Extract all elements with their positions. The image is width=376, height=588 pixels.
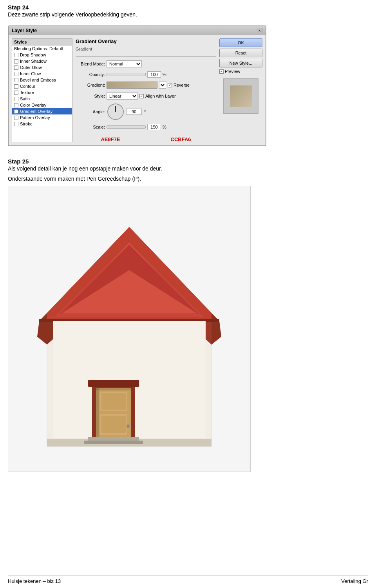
style-item-blending[interactable]: Blending Options: Default [12, 45, 72, 52]
style-label-stroke: Stroke [20, 122, 33, 126]
style-label-texture: Texture [20, 90, 34, 95]
style-label: Style: [76, 94, 105, 98]
gradient-dropdown[interactable]: ▼ [159, 82, 166, 89]
gradient-swatch[interactable] [107, 82, 157, 89]
svg-point-20 [127, 425, 130, 428]
opacity-control: 100 % [107, 71, 216, 78]
gradient-overlay-checkbox[interactable] [14, 109, 18, 114]
texture-checkbox[interactable] [14, 91, 18, 95]
style-row: Style: Linear Align with Layer [76, 93, 216, 100]
style-item-drop-shadow[interactable]: Drop Shadow [12, 52, 72, 58]
step24-heading: Stap 24 [8, 4, 368, 11]
angle-row: Angle: 90 ° [76, 103, 216, 120]
style-select[interactable]: Linear [107, 93, 138, 100]
svg-rect-24 [84, 441, 143, 444]
blend-mode-control: Normal [107, 60, 216, 67]
style-item-inner-shadow[interactable]: Inner Shadow [12, 58, 72, 64]
ok-button[interactable]: OK [219, 38, 262, 47]
bevel-checkbox[interactable] [14, 78, 18, 82]
reverse-label: Reverse [174, 83, 190, 87]
gradient-color-labels: AE9F7E CCBFA6 [76, 136, 216, 142]
style-label-contour: Contour [20, 84, 35, 89]
style-item-outer-glow[interactable]: Outer Glow [12, 64, 72, 71]
style-item-stroke[interactable]: Stroke [12, 121, 72, 127]
style-label-color-overlay: Color Overlay [20, 103, 46, 107]
step25-text2: Onderstaande vorm maken met Pen Gereedsc… [8, 176, 368, 182]
opacity-slider[interactable] [107, 73, 146, 76]
svg-rect-21 [96, 388, 99, 439]
gradient-control: ▼ Reverse [107, 82, 216, 89]
style-label-bevel: Bevel and Emboss [20, 78, 56, 82]
style-label-inner-shadow: Inner Shadow [20, 59, 47, 64]
scale-slider[interactable] [107, 125, 146, 129]
new-style-button[interactable]: New Style... [219, 59, 262, 67]
page-footer: Huisje tekenen – blz 13 Vertaling Gr [8, 575, 368, 584]
gradient-label: Gradient: [76, 83, 105, 87]
svg-rect-22 [96, 388, 131, 390]
styles-panel-header: Styles [12, 39, 72, 45]
center-panel: Gradient Overlay Gradient Blend Mode: No… [76, 38, 216, 142]
svg-marker-5 [212, 313, 221, 345]
reverse-checkbox[interactable] [168, 83, 172, 87]
inner-shadow-checkbox[interactable] [14, 59, 18, 64]
scale-row: Scale: 150 % [76, 124, 216, 130]
style-label-blending: Blending Options: Default [14, 46, 63, 51]
layer-style-dialog: Layer Style × Styles Blending Options: D… [8, 25, 266, 146]
style-item-satin[interactable]: Satin [12, 96, 72, 102]
angle-label: Angle: [76, 109, 105, 114]
close-button[interactable]: × [257, 28, 262, 33]
opacity-label: Opacity: [76, 72, 105, 77]
style-control: Linear Align with Layer [107, 93, 216, 100]
style-item-texture[interactable]: Texture [12, 89, 72, 96]
step25-section: Stap 25 Als volgend detail kan je nog ee… [8, 158, 368, 182]
opacity-unit: % [163, 72, 166, 77]
inner-glow-checkbox[interactable] [14, 72, 18, 76]
color-overlay-checkbox[interactable] [14, 103, 18, 107]
style-item-contour[interactable]: Contour [12, 83, 72, 89]
style-label-satin: Satin [20, 96, 30, 101]
gradient-color2-label: CCBFA6 [171, 136, 191, 142]
style-label-gradient-overlay: Gradient Overlay [20, 109, 52, 114]
scale-input[interactable]: 150 [147, 124, 161, 130]
align-checkbox[interactable] [139, 94, 144, 98]
preview-label: Preview [225, 69, 240, 74]
style-item-bevel[interactable]: Bevel and Emboss [12, 77, 72, 83]
gradient-row: Gradient: ▼ Reverse [76, 82, 216, 89]
blend-mode-row: Blend Mode: Normal [76, 60, 216, 67]
pattern-overlay-checkbox[interactable] [14, 116, 18, 120]
angle-input[interactable]: 90 [126, 109, 142, 115]
blend-mode-label: Blend Mode: [76, 62, 105, 66]
step24-text: Deze zwarte strip volgende Verloopbedekk… [8, 11, 368, 18]
blend-mode-select[interactable]: Normal [107, 60, 142, 67]
angle-unit: ° [144, 109, 146, 114]
outer-glow-checkbox[interactable] [14, 65, 18, 70]
angle-dial[interactable] [107, 103, 124, 120]
stroke-checkbox[interactable] [14, 122, 18, 126]
step24-section: Stap 24 Deze zwarte strip volgende Verlo… [8, 4, 368, 18]
drop-shadow-checkbox[interactable] [14, 53, 18, 57]
style-label-pattern-overlay: Pattern Overlay [20, 115, 50, 120]
house-illustration [16, 192, 243, 466]
satin-checkbox[interactable] [14, 97, 18, 101]
preview-checkbox[interactable] [219, 69, 224, 74]
scale-control: 150 % [107, 124, 216, 130]
svg-rect-14 [88, 380, 139, 387]
style-item-pattern-overlay[interactable]: Pattern Overlay [12, 114, 72, 121]
style-item-inner-glow[interactable]: Inner Glow [12, 71, 72, 77]
dialog-titlebar: Layer Style × [9, 26, 266, 35]
preview-area [223, 78, 258, 114]
style-item-gradient-overlay[interactable]: Gradient Overlay [12, 108, 72, 114]
scale-unit: % [163, 125, 166, 129]
styles-panel: Styles Blending Options: Default Drop Sh… [12, 38, 72, 142]
scale-label: Scale: [76, 125, 105, 129]
panel-subtitle: Gradient [76, 47, 216, 51]
contour-checkbox[interactable] [14, 84, 18, 89]
house-image-wrapper [8, 186, 251, 472]
style-label-drop-shadow: Drop Shadow [20, 53, 46, 57]
svg-rect-17 [101, 393, 126, 410]
style-label-outer-glow: Outer Glow [20, 65, 42, 70]
style-item-color-overlay[interactable]: Color Overlay [12, 102, 72, 108]
reset-button[interactable]: Reset [219, 49, 262, 57]
footer-right: Vertaling Gr [341, 578, 368, 584]
opacity-input[interactable]: 100 [147, 71, 161, 78]
